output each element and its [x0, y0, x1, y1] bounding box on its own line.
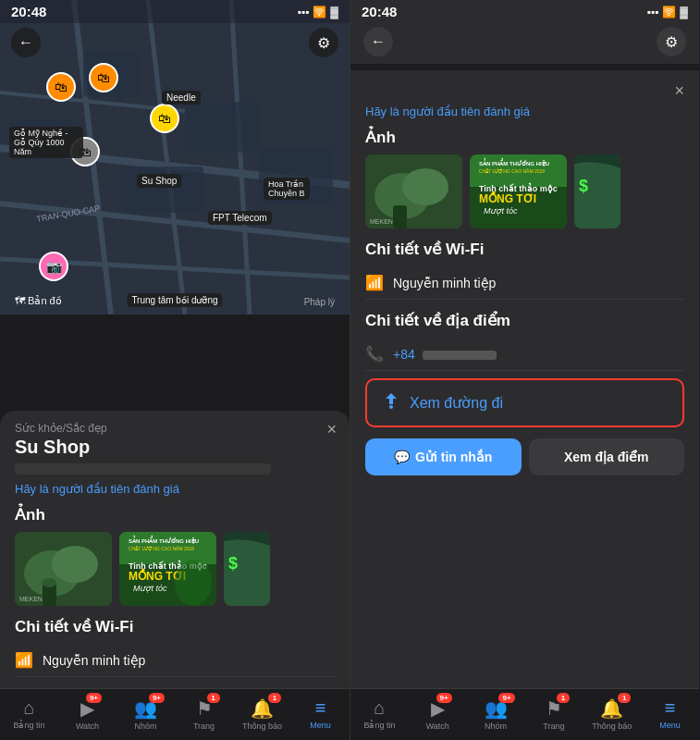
wifi-section-label-left: Chi tiết về Wi-Fi [15, 617, 335, 636]
tab-menu-right[interactable]: ≡ Menu [641, 697, 699, 730]
route-icon [382, 391, 400, 414]
groups-badge-right: 9+ [498, 693, 514, 703]
messenger-icon: 💬 [394, 450, 410, 464]
map-topbar: 20:48 ▪▪▪ 🛜 ▓ ← ⚙ [0, 0, 350, 15]
maps-badge: 🗺 Bản đồ [15, 295, 62, 307]
map-label-fpt: FPT Telecom [208, 211, 272, 225]
card-photos-right: MEKEN SẢN PHẨM THƯƠNG HIỆU CHẤT LƯỢNG CA… [365, 154, 684, 228]
tab-watch-left[interactable]: ▶ 9+ Watch [58, 697, 117, 731]
pages-icon-left: ⚑ 1 [196, 697, 213, 720]
left-phone-screen: AH 17 TRAN-QUO-CAP 20:48 ▪▪▪ 🛜 ▓ ← ⚙ 🛍 🛍… [0, 0, 350, 740]
svg-text:$: $ [579, 177, 588, 195]
card-photo-2[interactable]: SẢN PHẨM THƯƠNG HIỆU CHẤT LƯỢNG CAO NĂM … [119, 532, 216, 606]
tab-notifications-right[interactable]: 🔔 1 Thông báo [583, 697, 641, 731]
notifications-badge-right: 1 [618, 693, 631, 703]
svg-point-17 [52, 546, 98, 583]
card-photo-3[interactable]: $ [224, 532, 270, 606]
wifi-row-right: 📶 Nguyễn minh tiệp [365, 266, 684, 300]
card-review-left[interactable]: Hãy là người đầu tiên đánh giá [15, 482, 335, 496]
back-button-right[interactable]: ← [363, 27, 393, 56]
svg-point-45 [389, 405, 393, 409]
wifi-section-label-right: Chi tiết về Wi-Fi [365, 240, 684, 259]
rcard-photo-1[interactable]: MEKEN [365, 154, 462, 228]
view-location-button[interactable]: Xem địa điểm [529, 438, 685, 475]
route-button[interactable]: Xem đường đi [365, 378, 684, 427]
tab-groups-left[interactable]: 👥 9+ Nhóm [117, 697, 175, 731]
card-photo-1[interactable]: MEKEN [15, 532, 112, 606]
groups-icon-right: 👥 9+ [485, 697, 508, 720]
bell-icon-right: 🔔 1 [600, 697, 623, 720]
svg-point-28 [175, 560, 212, 606]
watch-badge-left: 9+ [86, 693, 102, 703]
notifications-badge-left: 1 [268, 693, 281, 703]
map-pin-2[interactable]: 🛍 [89, 63, 118, 92]
home-icon-right: ⌂ [374, 697, 385, 719]
wifi-icon-right: 🛜 [662, 6, 676, 18]
tab-notif-label-left: Thông báo [242, 722, 282, 731]
right-phone-screen: 20:48 ▪▪▪ 🛜 ▓ ← ⚙ × Hãy là người đầu tiê… [350, 0, 699, 740]
tab-pages-left[interactable]: ⚑ 1 Trang [175, 697, 233, 731]
tab-pages-label-left: Trang [193, 722, 215, 731]
card-photos-label-right: Ảnh [365, 128, 684, 147]
status-time-right: 20:48 [362, 4, 397, 19]
location-section-label: Chi tiết về địa điểm [365, 311, 684, 330]
map-label-needle: Needle [162, 91, 201, 105]
tab-groups-label-left: Nhóm [134, 722, 156, 731]
tab-news-right[interactable]: ⌂ Bảng tin [350, 697, 409, 730]
svg-rect-10 [185, 102, 259, 153]
svg-rect-34 [393, 205, 407, 228]
tab-pages-label-right: Trang [543, 722, 564, 731]
wifi-section-right: Chi tiết về Wi-Fi 📶 Nguyễn minh tiệp [365, 240, 684, 300]
tab-bar-left: ⌂ Bảng tin ▶ 9+ Watch 👥 9+ Nhóm ⚑ 1 Tran… [0, 688, 350, 740]
tab-watch-label-right: Watch [426, 722, 449, 731]
right-bottom-card: × Hãy là người đầu tiên đánh giá Ảnh MEK… [350, 70, 699, 688]
home-icon-left: ⌂ [23, 697, 34, 719]
svg-point-19 [42, 578, 56, 587]
map-label-hoa: Hoa TrầnChuyên B [264, 178, 310, 200]
rcard-photo-3[interactable]: $ [574, 154, 620, 228]
tab-menu-label-left: Menu [310, 721, 331, 730]
wifi-name-left: Nguyễn minh tiệp [43, 653, 145, 668]
tab-groups-right[interactable]: 👥 9+ Nhóm [467, 697, 525, 731]
svg-text:CHẤT LƯỢNG CAO NĂM 2018: CHẤT LƯỢNG CAO NĂM 2018 [479, 168, 545, 174]
status-icons-right: ▪▪▪ 🛜 ▓ [646, 6, 688, 18]
card-title-left: Su Shop [15, 437, 335, 458]
map-pin-3[interactable]: 🛍 [150, 104, 179, 133]
tab-watch-label-left: Watch [76, 722, 99, 731]
card-photos-left: MEKEN SẢN PHẨM THƯƠNG HIỆU CHẤT LƯỢNG CA… [15, 532, 335, 606]
battery-icon-right: ▓ [680, 6, 688, 18]
tab-notifications-left[interactable]: 🔔 1 Thông báo [233, 697, 291, 731]
signal-icon-right: ▪▪▪ [646, 6, 658, 18]
menu-icon-right: ≡ [665, 697, 676, 719]
rcard-photo-2[interactable]: SẢN PHẨM THƯƠNG HIỆU CHẤT LƯỢNG CAO NĂM … [470, 154, 567, 228]
tab-menu-label-right: Menu [659, 721, 681, 730]
back-button-left[interactable]: ← [11, 28, 41, 57]
watch-badge-right: 9+ [436, 693, 452, 703]
tab-news-left[interactable]: ⌂ Bảng tin [0, 697, 58, 730]
wifi-section-left: Chi tiết về Wi-Fi 📶 Nguyễn minh tiệp [15, 617, 335, 677]
map-pin-1[interactable]: 🛍 [46, 72, 76, 102]
svg-text:MEKEN: MEKEN [370, 218, 393, 225]
tab-notif-label-right: Thông báo [592, 722, 632, 731]
card-review-right[interactable]: Hãy là người đầu tiên đánh giá [365, 105, 684, 118]
map-pin-5[interactable]: 📷 [39, 252, 68, 281]
tab-news-label-left: Bảng tin [13, 721, 44, 730]
pages-badge-left: 1 [207, 693, 220, 703]
tab-menu-left[interactable]: ≡ Menu [291, 697, 350, 730]
tab-pages-right[interactable]: ⚑ 1 Trang [524, 697, 583, 731]
svg-text:$: $ [228, 554, 238, 573]
phone-number[interactable]: +84 [393, 347, 497, 362]
phone-icon: 📞 [365, 345, 384, 363]
settings-button-left[interactable]: ⚙ [309, 28, 338, 57]
menu-icon-left: ≡ [315, 697, 326, 719]
settings-button-right[interactable]: ⚙ [657, 27, 686, 56]
send-message-button[interactable]: 💬 Gửi tin nhắn [365, 438, 522, 475]
card-photos-label-left: Ảnh [15, 505, 335, 524]
svg-text:Mượt tóc: Mượt tóc [133, 584, 167, 593]
groups-icon-left: 👥 9+ [134, 697, 157, 720]
svg-text:Mượt tóc: Mượt tóc [484, 206, 518, 216]
tab-watch-right[interactable]: ▶ 9+ Watch [409, 697, 467, 731]
card-blur-info [15, 463, 271, 475]
card-close-right[interactable]: × [674, 81, 684, 101]
card-close-left[interactable]: × [326, 420, 337, 439]
